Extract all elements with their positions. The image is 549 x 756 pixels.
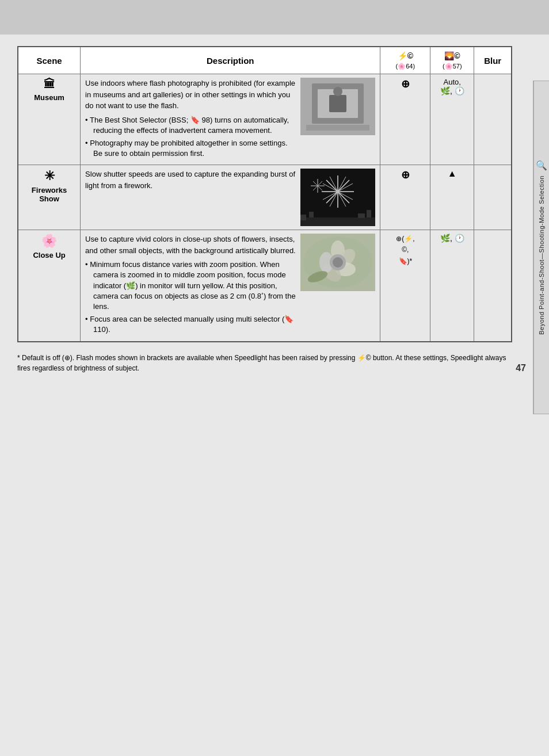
museum-photo-svg bbox=[300, 78, 375, 135]
museum-flash1: ⊕ bbox=[401, 78, 410, 90]
blur-cell-closeup bbox=[474, 230, 512, 342]
museum-icon: 🏛 bbox=[23, 78, 75, 91]
header-flash1: ⚡© (🌸64) bbox=[380, 47, 430, 74]
scene-label-fireworks2: Show bbox=[23, 194, 75, 203]
table-row: ✳ Fireworks Show Slow shutter speeds are… bbox=[18, 165, 512, 230]
footnote-text: * Default is off (⊕). Flash modes shown … bbox=[17, 354, 506, 372]
page-number: 47 bbox=[516, 363, 526, 373]
fireworks-desc-main: Slow shutter speeds are used to capture … bbox=[85, 170, 295, 190]
flash1-icon: ⚡© bbox=[398, 51, 413, 60]
closeup-bullets: Minimum focus distance varies with zoom … bbox=[85, 259, 296, 335]
fireworks-photo-svg bbox=[300, 169, 375, 226]
museum-bullets: The Best Shot Selector (BSS; 🔖 98) turns… bbox=[85, 115, 296, 159]
closeup-flash1c: 🔖)* bbox=[399, 257, 413, 265]
flash-cell-fireworks-1: ⊕ bbox=[380, 165, 430, 230]
page: Scene Description ⚡© (🌸64) 🌄© (🌸57) Blur bbox=[0, 0, 549, 756]
desc-cell-museum: Use indoors where flash photography is p… bbox=[81, 74, 380, 165]
flash-cell-museum-2: Auto, 🌿, 🕐 bbox=[430, 74, 474, 165]
museum-desc-main: Use indoors where flash photography is p… bbox=[85, 79, 295, 110]
header-flash2: 🌄© (🌸57) bbox=[430, 47, 474, 74]
flash-cell-closeup-1: ⊕(⚡, ©, 🔖)* bbox=[380, 230, 430, 342]
closeup-bullet-2: Focus area can be selected manually usin… bbox=[85, 314, 296, 335]
museum-bullet-1: The Best Shot Selector (BSS; 🔖 98) turns… bbox=[85, 115, 296, 136]
scene-label-museum: Museum bbox=[34, 93, 64, 102]
scene-cell-museum: 🏛 Museum bbox=[18, 74, 81, 165]
desc-cell-closeup: Use to capture vivid colors in close-up … bbox=[81, 230, 380, 342]
museum-bullet-2: Photography may be prohibited altogether… bbox=[85, 138, 296, 159]
closeup-desc-main: Use to capture vivid colors in close-up … bbox=[85, 235, 296, 255]
fireworks-icon: ✳ bbox=[23, 169, 75, 184]
side-tab-icon: 🔍 bbox=[536, 160, 547, 171]
svg-point-44 bbox=[333, 257, 343, 268]
scene-label-fireworks: Fireworks bbox=[23, 186, 75, 194]
closeup-photo bbox=[300, 234, 375, 291]
flash-cell-closeup-2: 🌿, 🕐 bbox=[430, 230, 474, 342]
desc-text-closeup: Use to capture vivid colors in close-up … bbox=[85, 234, 296, 337]
svg-point-4 bbox=[333, 87, 342, 96]
svg-rect-32 bbox=[300, 215, 306, 220]
scene-cell-fireworks: ✳ Fireworks Show bbox=[18, 165, 81, 230]
footnote: * Default is off (⊕). Flash modes shown … bbox=[17, 353, 512, 373]
table-row: 🏛 Museum Use indoors where flash photogr… bbox=[18, 74, 512, 165]
svg-rect-33 bbox=[309, 212, 314, 217]
content-area: Scene Description ⚡© (🌸64) 🌄© (🌸57) Blur bbox=[0, 35, 549, 385]
fireworks-flash1: ⊕ bbox=[401, 169, 410, 181]
main-table: Scene Description ⚡© (🌸64) 🌄© (🌸57) Blur bbox=[17, 46, 512, 342]
fireworks-flash2: ▲ bbox=[448, 169, 457, 178]
desc-text-fireworks: Slow shutter speeds are used to capture … bbox=[85, 169, 296, 226]
scene-cell-closeup: 🌸 Close Up bbox=[18, 230, 81, 342]
svg-rect-35 bbox=[367, 210, 371, 217]
svg-rect-31 bbox=[300, 217, 375, 226]
svg-rect-34 bbox=[358, 213, 365, 218]
closeup-icon: 🌸 bbox=[23, 234, 75, 249]
closeup-flash1: ⊕(⚡, bbox=[396, 235, 414, 243]
blur-cell-fireworks bbox=[474, 165, 512, 230]
closeup-flash1b: ©, bbox=[402, 246, 409, 254]
closeup-bullet-1: Minimum focus distance varies with zoom … bbox=[85, 259, 296, 312]
fireworks-photo bbox=[300, 169, 375, 226]
flash2-icon: 🌄© bbox=[444, 51, 460, 60]
svg-rect-3 bbox=[329, 95, 346, 112]
museum-flash2-auto: Auto, bbox=[444, 78, 461, 86]
flash2-sub: (🌸57) bbox=[443, 63, 462, 70]
scene-label-closeup: Close Up bbox=[23, 251, 75, 259]
museum-photo bbox=[300, 78, 375, 135]
header-description: Description bbox=[81, 47, 380, 74]
svg-rect-5 bbox=[306, 125, 369, 131]
closeup-photo-svg bbox=[300, 234, 375, 291]
closeup-flash2: 🌿, 🕐 bbox=[440, 234, 464, 243]
flash1-sub: (🌸64) bbox=[396, 63, 415, 70]
header-scene: Scene bbox=[18, 47, 81, 74]
table-row: 🌸 Close Up Use to capture vivid colors i… bbox=[18, 230, 512, 342]
flash-cell-fireworks-2: ▲ bbox=[430, 165, 474, 230]
flash-cell-museum-1: ⊕ bbox=[380, 74, 430, 165]
side-tab: 🔍 Beyond Point-and-Shoot—Shooting-Mode S… bbox=[533, 81, 549, 414]
header-blur: Blur bbox=[474, 47, 512, 74]
desc-cell-fireworks: Slow shutter speeds are used to capture … bbox=[81, 165, 380, 230]
blur-cell-museum bbox=[474, 74, 512, 165]
museum-flash2-icons: 🌿, 🕐 bbox=[440, 86, 464, 96]
side-tab-text: Beyond Point-and-Shoot—Shooting-Mode Sel… bbox=[537, 175, 546, 335]
top-bar bbox=[0, 0, 549, 35]
desc-text-museum: Use indoors where flash photography is p… bbox=[85, 78, 296, 161]
